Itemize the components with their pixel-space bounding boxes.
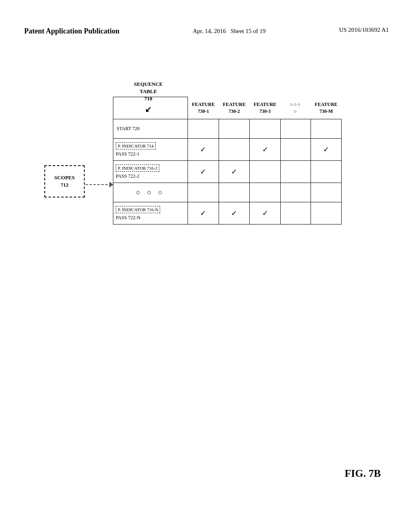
scopes-arrow (86, 181, 113, 188)
cell-p1-dots (280, 139, 311, 161)
page-header: Patent Application Publication Apr. 14, … (0, 27, 413, 36)
col-header-feature-2: FEATURE 730-2 (219, 97, 249, 119)
cell-p2-f1: ✓ (188, 161, 219, 183)
cell-dots-f1 (188, 183, 219, 202)
publication-date-sheet: Apr. 14, 2016 Sheet 15 of 19 (193, 27, 266, 36)
cell-pn-f2: ✓ (219, 202, 249, 224)
diagram-area: SEQUENCE TABLE 710 ↙ SCOPES 712 FEATURE … (24, 73, 389, 500)
cell-start-f2 (219, 119, 249, 139)
table-row-pass-n: P. INDICATOR 716-N PASS 722-N ✓ ✓ ✓ (113, 202, 342, 224)
cell-pn-f3: ✓ (250, 202, 280, 224)
publication-title: Patent Application Publication (24, 27, 119, 36)
table-header-row: FEATURE 730-1 FEATURE 730-2 FEATURE 730-… (113, 97, 342, 119)
cell-pn-dots (280, 202, 311, 224)
cell-p1-f1: ✓ (188, 139, 219, 161)
cell-p2-dots (280, 161, 311, 183)
table-row-start: START 720 (113, 119, 342, 139)
cell-p1-fm: ✓ (311, 139, 341, 161)
table-row-pass-2: P. INDICATOR 716-2 PASS 722-2 ✓ ✓ (113, 161, 342, 183)
cell-pn-fm (311, 202, 341, 224)
cell-start-dots (280, 119, 311, 139)
cell-start-fm (311, 119, 341, 139)
start-label: START 720 (117, 126, 140, 131)
fig-label: FIG. 7B (344, 468, 381, 480)
col-header-feature-1: FEATURE 730-1 (188, 97, 219, 119)
pass-722-n-label: PASS 722-N (116, 215, 185, 221)
cell-p2-f3 (250, 161, 280, 183)
p-indicator-716-2: P. INDICATOR 716-2 (116, 164, 159, 172)
p-indicator-716-n: P. INDICATOR 716-N (116, 206, 160, 213)
cell-dots-f2 (219, 183, 249, 202)
scopes-box: SCOPES 712 (44, 165, 85, 197)
col-header-feature-m: FEATURE 730-M (311, 97, 341, 119)
pass-722-2-label: PASS 722-2 (116, 173, 185, 179)
cell-dots-f3 (250, 183, 280, 202)
cell-p2-fm (311, 161, 341, 183)
table-row-pass-1: P. INDICATOR 714 PASS 722-1 ✓ ✓ ✓ (113, 139, 342, 161)
cell-dots-dots (280, 183, 311, 202)
col-header-feature-3: FEATURE 730-3 (250, 97, 280, 119)
scopes-container: SCOPES 712 (44, 165, 85, 197)
cell-p2-f2: ✓ (219, 161, 249, 183)
col-header-dots: ○○○ ○ (280, 97, 311, 119)
cell-start-f3 (250, 119, 280, 139)
publication-number: US 2016/103692 A1 (339, 27, 389, 33)
cell-p1-f2 (219, 139, 249, 161)
dots-label-cell: ○ ○ ○ (113, 183, 188, 202)
cell-pn-f1: ✓ (188, 202, 219, 224)
cell-p1-f3: ✓ (250, 139, 280, 161)
cell-dots-fm (311, 183, 341, 202)
sequence-table: FEATURE 730-1 FEATURE 730-2 FEATURE 730-… (113, 97, 342, 224)
cell-start-f1 (188, 119, 219, 139)
pass-722-1-label: PASS 722-1 (116, 151, 185, 157)
p-indicator-714: P. INDICATOR 714 (116, 142, 156, 150)
table-row-dots: ○ ○ ○ (113, 183, 342, 202)
